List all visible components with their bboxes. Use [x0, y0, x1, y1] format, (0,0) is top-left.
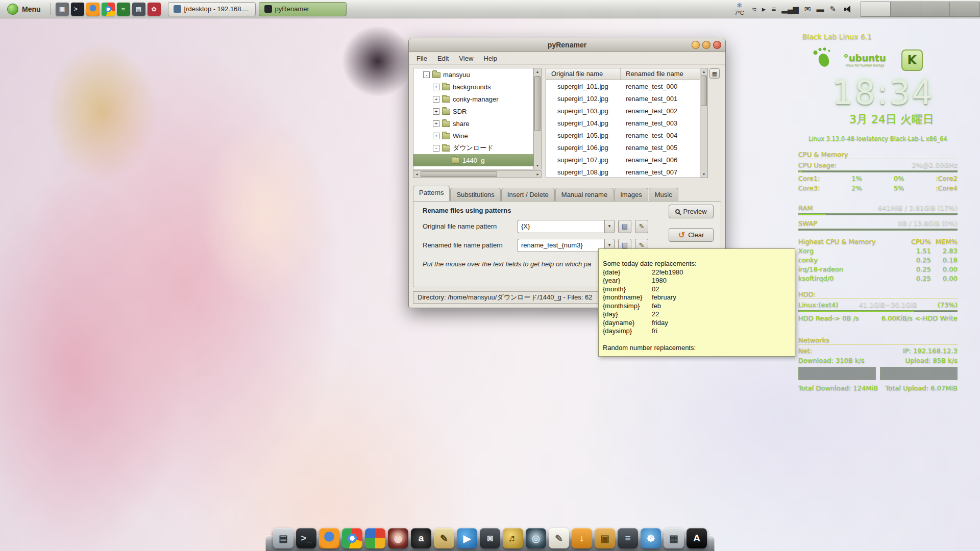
downloads-icon[interactable]: ↓ — [572, 528, 592, 548]
close-button[interactable] — [713, 41, 721, 49]
ship-wheel-icon[interactable]: ☸ — [641, 528, 661, 548]
table-row[interactable]: supergirl_103.jpg rename_test_002 — [546, 105, 700, 117]
camera-icon[interactable]: ◙ — [480, 528, 500, 548]
package-icon[interactable]: ▣ — [595, 528, 615, 548]
weather-applet[interactable]: ❄ 7°C — [734, 2, 744, 15]
maximize-button[interactable] — [702, 41, 710, 49]
tab-manual-rename[interactable]: Manual rename — [555, 188, 614, 201]
file-manager-icon[interactable]: ▤ — [273, 528, 293, 548]
raspberry-icon[interactable]: ✿ — [148, 3, 161, 16]
expander-icon[interactable]: - — [433, 145, 439, 152]
text-editor-icon[interactable]: ✎ — [549, 528, 569, 548]
expander-icon[interactable]: + — [433, 108, 439, 115]
terminal-icon[interactable]: >_ — [296, 528, 316, 548]
minimize-button[interactable] — [692, 41, 700, 49]
app-grid-icon[interactable]: ▦ — [664, 528, 684, 548]
tree-item-conky-manager[interactable]: + conky-manager — [413, 93, 533, 105]
scrollbar-thumb[interactable] — [701, 76, 707, 106]
menu-button[interactable]: Menu — [2, 2, 46, 16]
tree-item-backgrounds[interactable]: + backgrounds — [413, 81, 533, 93]
table-row[interactable]: supergirl_105.jpg rename_test_004 — [546, 129, 700, 141]
scrollbar-thumb[interactable] — [534, 76, 541, 131]
expander-icon[interactable]: + — [433, 96, 439, 103]
expander-icon[interactable]: + — [433, 84, 439, 90]
list-vertical-scrollbar[interactable]: ▴ ▾ — [700, 68, 708, 178]
eject-icon[interactable]: ▬ — [816, 5, 824, 13]
chevron-down-icon[interactable]: ▼ — [604, 220, 615, 233]
table-row[interactable]: supergirl_104.jpg rename_test_003 — [546, 117, 700, 129]
print-icon[interactable]: ▤ — [132, 3, 145, 16]
pulse-monitor-icon[interactable]: ≈ — [752, 5, 756, 13]
image-viewer-icon[interactable]: ◉ — [388, 528, 408, 548]
system-monitor-icon[interactable]: ≈ — [117, 3, 130, 16]
edit-tool-icon[interactable]: ✎ — [434, 528, 454, 548]
tree-item-downloads[interactable]: - ダウンロード — [413, 142, 533, 154]
scrollbar-thumb[interactable] — [421, 171, 497, 177]
screenshot-tool-icon[interactable]: ▣ — [56, 3, 69, 16]
clear-button[interactable]: ↺ Clear — [669, 228, 714, 242]
firefox-icon[interactable] — [319, 528, 339, 548]
tab-substitutions[interactable]: Substitutions — [450, 188, 500, 201]
mail-icon[interactable]: ✉ — [804, 5, 811, 13]
volume-icon[interactable] — [844, 6, 852, 13]
tree-item-wine[interactable]: + Wine — [413, 130, 533, 142]
tree-item-mansyuu[interactable]: - mansyuu — [413, 68, 533, 81]
amarok-icon[interactable]: ♬ — [503, 528, 523, 548]
graphics-editor-icon[interactable] — [365, 528, 385, 548]
chart-icon[interactable]: ▂▄▆ — [781, 5, 799, 13]
column-header-renamed[interactable]: Renamed file name — [621, 68, 700, 80]
tab-music[interactable]: Music — [649, 188, 678, 201]
renamed-pattern-input[interactable]: rename_test_{num3} — [518, 239, 604, 252]
tree-item-share[interactable]: + share — [413, 117, 533, 130]
window-titlebar[interactable]: pyRenamer — [409, 38, 725, 52]
taskbar-item-pyrenamer[interactable]: pyRenamer — [259, 2, 347, 16]
amule-icon[interactable]: a — [411, 528, 431, 548]
scroll-down-icon[interactable]: ▾ — [700, 171, 707, 178]
table-row[interactable]: supergirl_106.jpg rename_test_005 — [546, 141, 700, 154]
column-options-button[interactable]: ▦ — [709, 68, 720, 79]
taskbar-item-rdesktop[interactable]: [rdesktop - 192.168.... — [168, 2, 256, 16]
tree-item-1440-g[interactable]: 1440_g — [413, 154, 533, 166]
scroll-down-icon[interactable]: ▾ — [534, 162, 541, 169]
scroll-up-icon[interactable]: ▴ — [534, 68, 541, 75]
scroll-up-icon[interactable]: ▴ — [700, 68, 707, 75]
tab-images[interactable]: Images — [614, 188, 648, 201]
tree-item-sdr[interactable]: + SDR — [413, 105, 533, 117]
scroll-right-icon[interactable]: ▸ — [534, 171, 541, 178]
video-player-icon[interactable]: ▶ — [457, 528, 477, 548]
photo-lens-icon[interactable]: ◎ — [526, 528, 546, 548]
preview-button[interactable]: Preview — [669, 205, 714, 218]
workspace-4[interactable] — [950, 2, 979, 16]
expander-icon[interactable]: + — [433, 133, 439, 139]
scroll-left-icon[interactable]: ◂ — [413, 171, 420, 178]
menu-list-icon[interactable]: ≡ — [771, 5, 776, 13]
edit-pattern-button[interactable]: ✎ — [635, 220, 648, 233]
tree-horizontal-scrollbar[interactable]: ◂ ▸ — [413, 170, 542, 178]
table-row[interactable]: supergirl_102.jpg rename_test_001 — [546, 92, 700, 105]
tree-vertical-scrollbar[interactable]: ▴ ▾ — [534, 68, 542, 169]
menubar-file[interactable]: File — [412, 53, 432, 64]
table-row[interactable]: supergirl_108.jpg rename_test_007 — [546, 166, 700, 178]
terminal-icon[interactable]: >_ — [71, 3, 84, 16]
table-row[interactable]: supergirl_101.jpg rename_test_000 — [546, 80, 700, 92]
equalizer-icon[interactable]: ≡ — [618, 528, 638, 548]
table-row[interactable]: supergirl_107.jpg rename_test_006 — [546, 154, 700, 166]
expander-icon[interactable]: - — [423, 71, 430, 78]
tab-patterns[interactable]: Patterns — [413, 186, 450, 201]
workspace-3[interactable] — [920, 2, 950, 16]
workspace-1[interactable] — [861, 2, 891, 16]
chrome-icon[interactable] — [102, 3, 115, 16]
pen-icon[interactable]: ✎ — [829, 5, 836, 13]
workspace-2[interactable] — [891, 2, 920, 16]
font-viewer-icon[interactable]: A — [687, 528, 707, 548]
play-indicator-icon[interactable]: ▸ — [762, 5, 766, 13]
original-pattern-input[interactable]: {X} — [518, 220, 604, 233]
menubar-view[interactable]: View — [454, 53, 478, 64]
insert-pattern-button[interactable]: ▤ — [618, 220, 631, 233]
firefox-icon[interactable] — [86, 3, 100, 16]
menubar-help[interactable]: Help — [479, 53, 502, 64]
tab-insert-delete[interactable]: Insert / Delete — [501, 188, 555, 201]
chrome-icon[interactable] — [342, 528, 362, 548]
column-header-original[interactable]: Original file name — [546, 68, 621, 80]
menubar-edit[interactable]: Edit — [433, 53, 453, 64]
